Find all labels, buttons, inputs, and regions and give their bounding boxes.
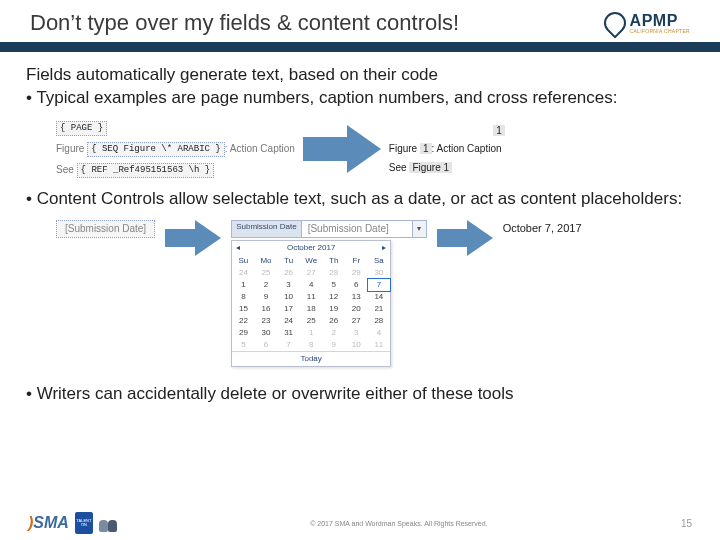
arrow-icon bbox=[165, 220, 221, 256]
cal-day[interactable]: 2 bbox=[322, 327, 345, 339]
cal-dow: Tu bbox=[277, 255, 300, 267]
cal-day[interactable]: 11 bbox=[368, 339, 391, 351]
cal-day[interactable]: 8 bbox=[300, 339, 323, 351]
cal-day[interactable]: 10 bbox=[345, 339, 368, 351]
intro-text: Fields automatically generate text, base… bbox=[26, 64, 694, 85]
apmp-logo-subtext: CALIFORNIA CHAPTER bbox=[630, 29, 690, 34]
cal-dow: We bbox=[300, 255, 323, 267]
cal-day[interactable]: 12 bbox=[322, 291, 345, 303]
cal-day[interactable]: 7 bbox=[368, 279, 391, 291]
arrow-icon bbox=[303, 125, 381, 173]
cal-day[interactable]: 24 bbox=[232, 267, 255, 279]
cal-dow: Sa bbox=[368, 255, 391, 267]
cal-day[interactable]: 22 bbox=[232, 315, 255, 327]
copyright-text: © 2017 SMA and Wordman Speaks. All Right… bbox=[117, 520, 681, 527]
cc-result: October 7, 2017 bbox=[503, 222, 582, 236]
cal-day[interactable]: 26 bbox=[277, 267, 300, 279]
cal-day[interactable]: 21 bbox=[368, 303, 391, 315]
cal-day[interactable]: 5 bbox=[232, 339, 255, 351]
cal-day[interactable]: 27 bbox=[345, 315, 368, 327]
fields-result-column: 1 Figure 1: Action Caption See Figure 1 bbox=[389, 125, 529, 175]
cal-day[interactable]: 28 bbox=[368, 315, 391, 327]
cal-day[interactable]: 19 bbox=[322, 303, 345, 315]
cal-day[interactable]: 3 bbox=[277, 279, 300, 291]
figure-suffix: : Action Caption bbox=[225, 143, 295, 156]
cal-day[interactable]: 31 bbox=[277, 327, 300, 339]
cal-day[interactable]: 16 bbox=[255, 303, 278, 315]
cal-day[interactable]: 10 bbox=[277, 291, 300, 303]
cal-day[interactable]: 30 bbox=[255, 327, 278, 339]
figure-field-code: { SEQ Figure \* ARABIC } bbox=[87, 142, 225, 157]
slide-title: Don’t type over my fields & content cont… bbox=[30, 10, 459, 36]
apmp-logo: APMP CALIFORNIA CHAPTER bbox=[604, 12, 690, 34]
cal-day[interactable]: 30 bbox=[368, 267, 391, 279]
cal-dow: Su bbox=[232, 255, 255, 267]
cal-day[interactable]: 27 bbox=[300, 267, 323, 279]
cal-dow: Fr bbox=[345, 255, 368, 267]
cal-day[interactable]: 20 bbox=[345, 303, 368, 315]
cal-dow: Th bbox=[322, 255, 345, 267]
cal-day[interactable]: 28 bbox=[322, 267, 345, 279]
cal-day[interactable]: 26 bbox=[322, 315, 345, 327]
cal-day[interactable]: 23 bbox=[255, 315, 278, 327]
cal-day[interactable]: 8 bbox=[232, 291, 255, 303]
cal-day[interactable]: 15 bbox=[232, 303, 255, 315]
cal-day[interactable]: 4 bbox=[300, 279, 323, 291]
content-control: Submission Date [Submission Date] ▾ ◂ Oc… bbox=[231, 220, 426, 368]
cal-next-button[interactable]: ▸ bbox=[382, 243, 386, 253]
cal-day[interactable]: 1 bbox=[300, 327, 323, 339]
cal-day[interactable]: 25 bbox=[255, 267, 278, 279]
cal-day[interactable]: 3 bbox=[345, 327, 368, 339]
bullet-1: Typical examples are page numbers, capti… bbox=[26, 87, 694, 108]
cc-placeholder: [Submission Date] bbox=[56, 220, 155, 239]
apmp-logo-icon bbox=[604, 12, 626, 34]
figure-label: Figure bbox=[56, 143, 84, 156]
cal-prev-button[interactable]: ◂ bbox=[236, 243, 240, 253]
people-icon bbox=[99, 514, 117, 532]
cal-today-button[interactable]: Today bbox=[232, 351, 390, 366]
cal-day[interactable]: 14 bbox=[368, 291, 391, 303]
fields-codes-column: { PAGE } Figure { SEQ Figure \* ARABIC }… bbox=[56, 121, 295, 179]
talent-on-badge: TALENTON bbox=[75, 512, 93, 534]
bullet-2: Content Controls allow selectable text, … bbox=[26, 188, 694, 209]
cc-title-tab: Submission Date bbox=[232, 221, 301, 238]
cal-day[interactable]: 4 bbox=[368, 327, 391, 339]
cal-day[interactable]: 6 bbox=[345, 279, 368, 291]
arrow-icon bbox=[437, 220, 493, 256]
cal-day[interactable]: 9 bbox=[322, 339, 345, 351]
cal-day[interactable]: 25 bbox=[300, 315, 323, 327]
cal-day[interactable]: 29 bbox=[232, 327, 255, 339]
page-result: 1 bbox=[493, 125, 505, 136]
cal-day[interactable]: 2 bbox=[255, 279, 278, 291]
date-picker-popup[interactable]: ◂ October 2017 ▸ SuMoTuWeThFrSa242526272… bbox=[231, 240, 391, 367]
page-number: 15 bbox=[681, 518, 692, 529]
apmp-logo-text: APMP bbox=[630, 13, 690, 29]
figure-result: Figure 1: Action Caption bbox=[389, 143, 529, 156]
cal-month-label: October 2017 bbox=[287, 243, 335, 253]
cal-day[interactable]: 29 bbox=[345, 267, 368, 279]
sma-logo: )SMA bbox=[28, 514, 69, 532]
ref-field-code: { REF _Ref495151563 \h } bbox=[77, 163, 215, 178]
cal-day[interactable]: 6 bbox=[255, 339, 278, 351]
cal-dow: Mo bbox=[255, 255, 278, 267]
cal-day[interactable]: 24 bbox=[277, 315, 300, 327]
cc-field[interactable]: [Submission Date] bbox=[302, 221, 412, 238]
cal-day[interactable]: 1 bbox=[232, 279, 255, 291]
cal-day[interactable]: 13 bbox=[345, 291, 368, 303]
cal-day[interactable]: 17 bbox=[277, 303, 300, 315]
see-label: See bbox=[56, 164, 74, 177]
cal-day[interactable]: 18 bbox=[300, 303, 323, 315]
cal-day[interactable]: 7 bbox=[277, 339, 300, 351]
see-result: See Figure 1 bbox=[389, 162, 529, 175]
header-rule bbox=[0, 42, 720, 52]
bullet-3: Writers can accidentally delete or overw… bbox=[26, 383, 694, 404]
cal-day[interactable]: 9 bbox=[255, 291, 278, 303]
page-field-code: { PAGE } bbox=[56, 121, 107, 136]
cal-day[interactable]: 11 bbox=[300, 291, 323, 303]
cal-day[interactable]: 5 bbox=[322, 279, 345, 291]
cc-dropdown-button[interactable]: ▾ bbox=[412, 221, 426, 238]
footer-logos: )SMA TALENTON bbox=[28, 512, 117, 534]
